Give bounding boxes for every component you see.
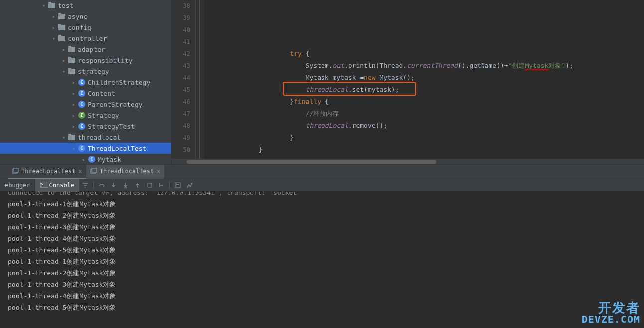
tree-label: async	[68, 13, 87, 20]
expand-arrow-icon[interactable]: ▸	[60, 47, 68, 52]
code-line[interactable]: //释放内存	[208, 108, 644, 120]
tree-label: controller	[68, 35, 107, 42]
expand-arrow-icon[interactable]: ▸	[70, 124, 78, 129]
expand-arrow-icon[interactable]: ▸	[70, 91, 78, 96]
force-step-into-icon[interactable]	[120, 179, 132, 191]
tree-label: Content	[88, 90, 115, 97]
tree-item-mytask[interactable]: ▸CMytask	[0, 154, 171, 164]
watermark: 开发者 DEVZE.COM	[582, 301, 640, 324]
console-line: pool-1-thread-1创建Mytask对象	[8, 198, 644, 210]
code-area[interactable]: try { System.out.println(Thread.currentT…	[204, 0, 644, 159]
tree-item-parentstrategy[interactable]: ▸CParentStrategy	[0, 99, 171, 110]
code-line[interactable]: threadLocal.remove();	[208, 120, 644, 132]
expand-arrow-icon[interactable]: ▸	[70, 102, 78, 107]
tree-item-content[interactable]: ▸CContent	[0, 88, 171, 99]
expand-arrow-icon[interactable]: ▸	[50, 14, 58, 19]
filter-icon[interactable]	[79, 179, 91, 191]
tree-item-responsibility[interactable]: ▸responsibility	[0, 55, 171, 66]
tree-item-strategy[interactable]: ▾strategy	[0, 66, 171, 77]
console-line: pool-1-thread-5创建Mytask对象	[8, 302, 644, 313]
bottom-panel: ThreadLocalTest × ThreadLocalTest × ebug…	[0, 164, 644, 322]
tree-label: Strategy	[88, 112, 119, 119]
close-icon[interactable]: ×	[156, 167, 160, 175]
code-editor[interactable]: 3839404142434445464748495051 try { Syste…	[172, 0, 644, 164]
folder-icon	[58, 34, 66, 42]
folder-icon	[58, 23, 66, 31]
tree-label: adapter	[78, 46, 105, 53]
tab-label: ThreadLocalTest	[100, 168, 154, 175]
tree-item-adapter[interactable]: ▸adapter	[0, 44, 171, 55]
folder-icon	[68, 133, 76, 141]
expand-arrow-icon[interactable]: ▸	[60, 58, 68, 63]
tree-item-strategy[interactable]: ▸IStrategy	[0, 110, 171, 121]
expand-arrow-icon[interactable]: ▾	[60, 135, 68, 140]
svg-rect-7	[176, 184, 179, 185]
highlight-annotation	[283, 82, 416, 96]
expand-arrow-icon[interactable]: ▾	[70, 146, 78, 151]
debug-toolbar: ebugger Console	[0, 179, 644, 192]
close-icon[interactable]: ×	[78, 167, 82, 175]
tree-item-threadlocaltest[interactable]: ▾CThreadLocalTest	[0, 143, 171, 154]
code-line[interactable]: }	[208, 144, 644, 156]
tree-label: config	[68, 24, 91, 31]
svg-rect-1	[13, 168, 18, 172]
tree-item-test[interactable]: ▾test	[0, 0, 171, 11]
interface-icon: I	[78, 111, 86, 119]
folder-icon	[48, 1, 56, 9]
fold-gutter[interactable]	[196, 0, 204, 159]
console-icon	[40, 182, 47, 189]
code-line[interactable]: }finally {	[208, 96, 644, 108]
expand-arrow-icon[interactable]: ▾	[60, 69, 68, 74]
code-line[interactable]: System.out.println(Thread.currentThread(…	[208, 60, 644, 72]
expand-arrow-icon[interactable]: ▾	[40, 3, 48, 8]
tree-label: StrategyTest	[88, 123, 135, 130]
code-line[interactable]: });	[208, 156, 644, 159]
code-line[interactable]	[208, 36, 644, 48]
debugger-tab[interactable]: ebugger	[0, 179, 35, 192]
step-into-icon[interactable]	[108, 179, 120, 191]
console-line: pool-1-thread-1创建Mytask对象	[8, 256, 644, 267]
tree-label: ParentStrategy	[88, 101, 143, 108]
expand-arrow-icon[interactable]: ▸	[70, 80, 78, 85]
tab-label: ThreadLocalTest	[21, 168, 75, 175]
code-line[interactable]: threadLocal.set(mytask);	[208, 84, 644, 96]
step-over-icon[interactable]	[96, 179, 108, 191]
code-line[interactable]: }	[208, 132, 644, 144]
evaluate-icon[interactable]	[172, 179, 184, 191]
console-output[interactable]: Connected to the target VM, address: '12…	[0, 192, 644, 322]
horizontal-scrollbar[interactable]	[172, 159, 644, 164]
console-line: pool-1-thread-3创建Mytask对象	[8, 221, 644, 233]
tree-item-childrenstrategy[interactable]: ▸CChildrenStrategy	[0, 77, 171, 88]
expand-arrow-icon[interactable]: ▸	[50, 25, 58, 30]
svg-rect-4	[40, 182, 47, 188]
run-to-cursor-icon[interactable]	[156, 179, 167, 191]
console-tab[interactable]: Console	[35, 179, 80, 192]
tree-item-strategytest[interactable]: ▸CStrategyTest	[0, 121, 171, 132]
tree-label: test	[58, 2, 73, 9]
class-icon: C	[88, 155, 96, 163]
class-icon: C	[78, 78, 86, 86]
svg-rect-6	[175, 183, 180, 188]
drop-frame-icon[interactable]	[144, 179, 156, 191]
folder-icon	[68, 67, 76, 75]
run-config-icon	[90, 168, 97, 175]
expand-arrow-icon[interactable]: ▾	[50, 36, 58, 41]
project-tree[interactable]: ▾test▸async▸config▾controller▸adapter▸re…	[0, 0, 172, 164]
console-line: pool-1-thread-4创建Mytask对象	[8, 290, 644, 302]
tree-item-async[interactable]: ▸async	[0, 11, 171, 22]
tree-item-controller[interactable]: ▾controller	[0, 33, 171, 44]
run-tab-threadlocaltest-2[interactable]: ThreadLocalTest ×	[86, 165, 164, 179]
tree-label: threadlocal	[78, 134, 121, 141]
console-line: pool-1-thread-3创建Mytask对象	[8, 279, 644, 290]
tree-label: Mytask	[98, 156, 121, 163]
run-tab-threadlocaltest-1[interactable]: ThreadLocalTest ×	[8, 165, 86, 179]
tree-item-threadlocal[interactable]: ▾threadlocal	[0, 132, 171, 143]
trace-icon[interactable]	[184, 179, 196, 191]
expand-arrow-icon[interactable]: ▸	[70, 113, 78, 118]
tree-item-config[interactable]: ▸config	[0, 22, 171, 33]
code-line[interactable]: Mytask mytask =new Mytask();	[208, 72, 644, 84]
code-line[interactable]: try {	[208, 48, 644, 60]
svg-rect-3	[92, 168, 97, 172]
step-out-icon[interactable]	[132, 179, 144, 191]
expand-arrow-icon[interactable]: ▸	[80, 157, 88, 162]
